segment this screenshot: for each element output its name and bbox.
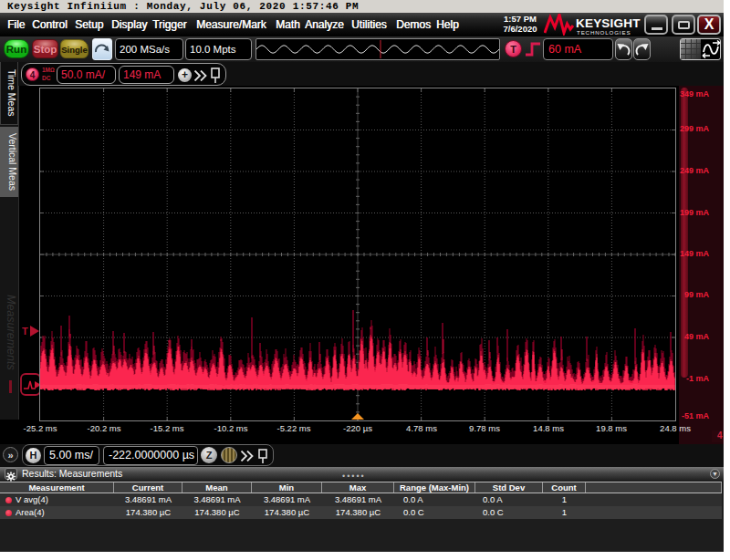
svg-text:T: T — [22, 326, 28, 337]
